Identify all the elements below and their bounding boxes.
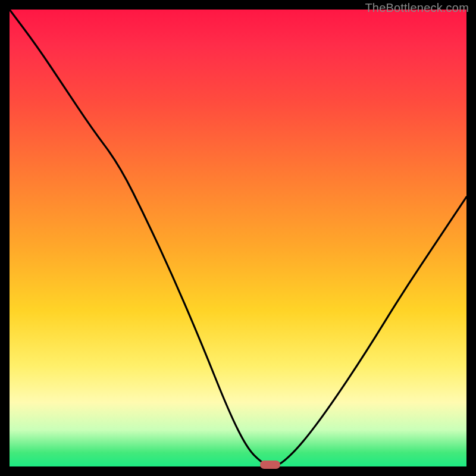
bottleneck-curve — [10, 10, 466, 466]
chart-frame: TheBottleneck.com — [0, 0, 476, 476]
optimal-point-marker — [260, 461, 280, 469]
plot-area — [10, 10, 466, 466]
